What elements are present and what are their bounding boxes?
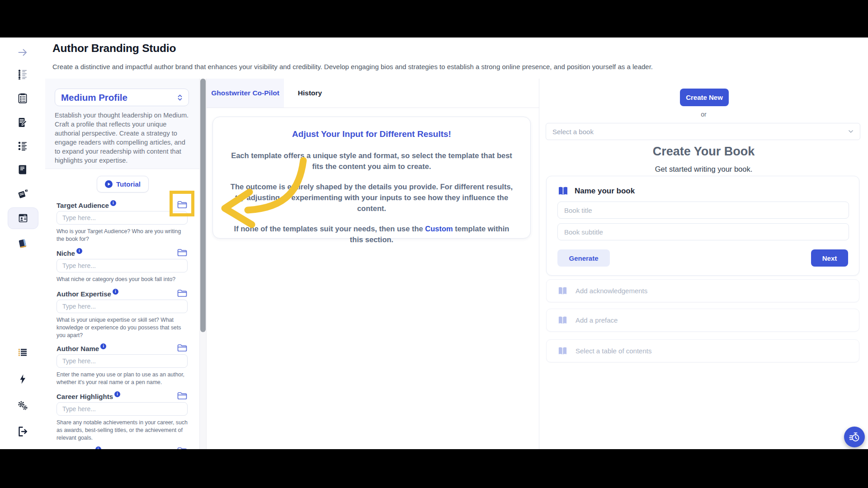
step-label: Select a table of contents [576, 347, 651, 355]
sidebar-item-expand[interactable] [17, 47, 28, 58]
speed-assistant-fab[interactable] [844, 427, 865, 447]
scrollbar-thumb[interactable] [200, 79, 206, 332]
field-input[interactable] [57, 300, 188, 313]
page-title: Author Branding Studio [52, 42, 176, 55]
field-input[interactable] [57, 354, 188, 368]
folder-icon[interactable] [177, 446, 188, 449]
tip-card-paragraph-1: Each template offers a unique style and … [228, 150, 515, 172]
next-button[interactable]: Next [811, 249, 848, 267]
field-help: Who is your Target Audience? Who are you… [57, 228, 188, 243]
open-book-icon [557, 186, 569, 196]
tip-card-paragraph-3-text: If none of the templates suit your needs… [234, 225, 425, 233]
tab-history[interactable]: History [284, 79, 336, 108]
info-icon[interactable] [114, 391, 120, 397]
manuscript-edit-icon [17, 117, 28, 128]
folder-icon[interactable] [177, 343, 188, 352]
field-target-audience: Target Audience Who is your Target Audie… [57, 200, 188, 243]
field-label: Aspirations [57, 448, 94, 450]
screen: Author Branding Studio Create a distinct… [0, 0, 868, 488]
step-add-preface[interactable]: Add a preface [546, 309, 859, 332]
open-book-icon [557, 347, 568, 356]
folder-icon[interactable] [177, 200, 188, 209]
field-help: Enter the name you use or plan to use as… [57, 371, 188, 386]
sidebar-item-logout[interactable] [17, 426, 28, 437]
field-niche: Niche What niche or category does your b… [57, 248, 188, 283]
sidebar [0, 38, 46, 449]
sidebar-item-notebook[interactable] [17, 164, 28, 176]
generate-button[interactable]: Generate [557, 249, 610, 267]
sign-out-icon [17, 426, 28, 437]
tab-bar: Ghostwriter Co-Pilot History [207, 79, 539, 108]
field-label: Author Name [57, 345, 99, 352]
select-book-placeholder: Select a book [552, 128, 594, 136]
tip-card-paragraph-2: The outcome is entirely shaped by the de… [228, 182, 515, 214]
step-select-table-of-contents[interactable]: Select a table of contents [546, 339, 859, 362]
name-card-title: Name your book [575, 187, 635, 196]
sidebar-item-manuscript[interactable] [17, 117, 28, 128]
open-book-icon [557, 316, 568, 325]
page-subtitle: Create a distinctive and impactful autho… [52, 63, 653, 70]
step-add-acknowledgements[interactable]: Add acknowledgements [546, 279, 859, 302]
tutorial-button-label: Tutorial [116, 180, 141, 188]
book-title-input[interactable] [557, 202, 849, 219]
field-career-highlights: Career Highlights Share any notable achi… [57, 391, 188, 442]
field-label: Career Highlights [57, 393, 113, 400]
template-description: Establish your thought leadership on Med… [55, 111, 191, 165]
list-icon [17, 347, 28, 358]
stopwatch-icon [849, 431, 860, 443]
arrow-right-icon [17, 47, 28, 58]
sidebar-item-books[interactable] [17, 238, 28, 249]
template-select[interactable]: Medium Profile [55, 89, 189, 106]
field-author-name: Author Name Enter the name you use or pl… [57, 343, 188, 386]
sidebar-item-audiobook[interactable] [17, 188, 28, 200]
select-book-dropdown[interactable]: Select a book [546, 123, 860, 140]
folder-icon[interactable] [177, 248, 188, 257]
field-input[interactable] [57, 211, 188, 225]
audiobook-icon [17, 188, 28, 200]
tip-card-title: Adjust Your Input for Different Results! [228, 129, 515, 139]
field-label: Author Expertise [57, 290, 111, 298]
field-label: Niche [57, 249, 75, 257]
name-your-book-card: Name your book Generate Next [546, 176, 859, 276]
field-help: Share any notable achievements in your c… [57, 419, 188, 442]
create-your-book-heading: Create Your Book [539, 145, 868, 159]
notebook-icon [17, 164, 28, 176]
info-icon[interactable] [76, 248, 82, 254]
field-input[interactable] [57, 259, 188, 272]
step-label: Add a preface [576, 316, 618, 324]
step-label: Add acknowledgements [576, 287, 647, 295]
sidebar-item-settings[interactable] [17, 399, 28, 411]
sidebar-item-author-branding-studio[interactable] [8, 207, 38, 229]
template-select-value: Medium Profile [61, 92, 127, 103]
book-panel: Create New or Select a book Create Your … [539, 79, 868, 449]
create-new-button[interactable]: Create New [680, 89, 729, 106]
sidebar-item-chapters[interactable] [17, 140, 28, 152]
tutorial-button[interactable]: Tutorial [97, 176, 149, 192]
custom-template-link[interactable]: Custom [425, 225, 453, 233]
field-input[interactable] [57, 402, 188, 416]
info-icon[interactable] [110, 200, 116, 206]
template-panel-top: Medium Profile Establish your thought le… [45, 79, 199, 169]
book-subtitle-input[interactable] [557, 223, 849, 240]
info-icon[interactable] [95, 446, 101, 450]
sidebar-item-list[interactable] [17, 347, 28, 358]
open-book-icon [557, 286, 568, 296]
field-author-expertise: Author Expertise What is your unique exp… [57, 289, 188, 340]
folder-icon[interactable] [177, 391, 188, 400]
tab-ghostwriter-copilot[interactable]: Ghostwriter Co-Pilot [207, 79, 284, 108]
template-panel-scrollbar [199, 79, 207, 449]
gears-icon [17, 399, 28, 411]
sidebar-item-audience[interactable] [17, 68, 28, 80]
folder-icon[interactable] [177, 289, 188, 298]
or-label: or [539, 111, 868, 118]
sidebar-item-quick-actions[interactable] [17, 373, 28, 385]
app-window: Author Branding Studio Create a distinct… [0, 38, 868, 449]
people-roster-icon [17, 68, 28, 80]
copilot-tip-card: Adjust Your Input for Different Results!… [212, 117, 531, 239]
sidebar-item-outline[interactable] [17, 93, 28, 104]
page-header: Author Branding Studio Create a distinct… [45, 38, 868, 79]
play-icon [105, 180, 113, 188]
lightning-icon [17, 373, 28, 385]
info-icon[interactable] [100, 343, 106, 349]
info-icon[interactable] [113, 289, 118, 295]
